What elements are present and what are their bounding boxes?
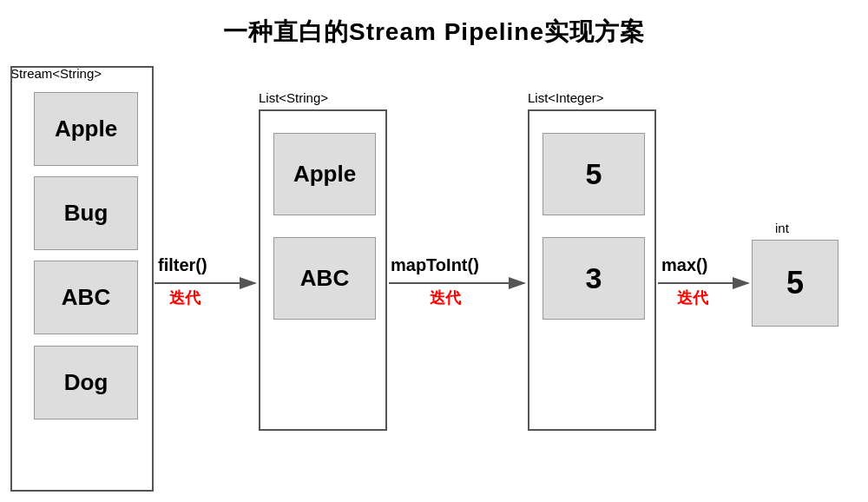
list-int-item-3: 3 bbox=[542, 237, 645, 320]
int-type-label: int bbox=[775, 221, 789, 235]
list-int-label: List<Integer> bbox=[528, 90, 604, 105]
stream-item-bug: Bug bbox=[34, 176, 138, 250]
list-string-item-abc: ABC bbox=[273, 237, 376, 320]
list-int-container: 5 3 bbox=[528, 109, 656, 431]
stream-container: Apple Bug ABC Dog bbox=[10, 66, 154, 492]
list-string-item-apple: Apple bbox=[273, 133, 376, 215]
page-title: 一种直白的Stream Pipeline实现方案 bbox=[0, 0, 868, 57]
diagram: Stream<String> Apple Bug ABC Dog filter(… bbox=[0, 57, 868, 500]
list-string-label: List<String> bbox=[259, 90, 328, 105]
mapToInt-iterate-label: 迭代 bbox=[430, 287, 461, 308]
filter-iterate-label: 迭代 bbox=[169, 287, 201, 308]
stream-item-abc: ABC bbox=[34, 261, 138, 334]
stream-item-apple: Apple bbox=[34, 92, 138, 166]
stream-item-dog: Dog bbox=[34, 346, 138, 419]
mapToInt-label: mapToInt() bbox=[391, 255, 479, 275]
list-int-item-5: 5 bbox=[542, 133, 645, 215]
int-result-box: 5 bbox=[752, 240, 838, 327]
max-iterate-label: 迭代 bbox=[677, 287, 708, 308]
filter-label: filter() bbox=[158, 255, 207, 275]
max-label: max() bbox=[661, 255, 707, 275]
list-string-container: Apple ABC bbox=[259, 109, 387, 431]
